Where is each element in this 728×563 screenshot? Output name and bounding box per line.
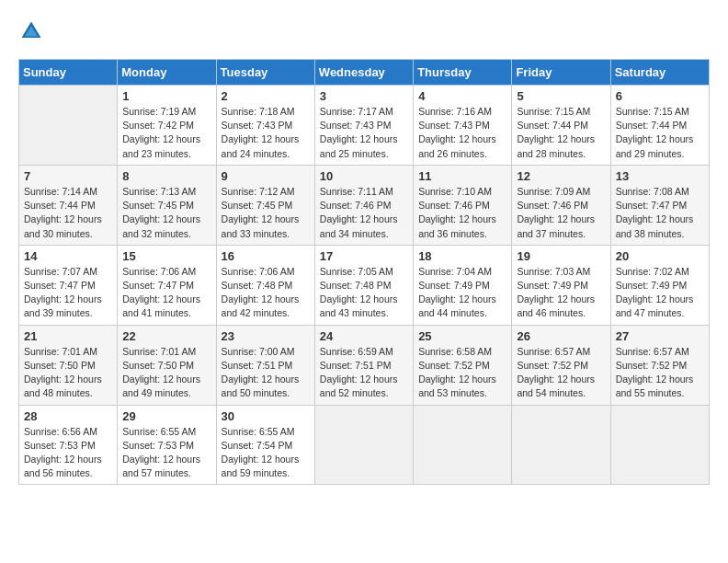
day-number: 13 xyxy=(616,169,704,183)
column-header-saturday: Saturday xyxy=(610,60,709,86)
day-number: 23 xyxy=(222,329,310,343)
day-number: 19 xyxy=(517,249,605,263)
day-number: 28 xyxy=(24,409,112,423)
day-number: 14 xyxy=(24,249,112,263)
week-row-3: 14Sunrise: 7:07 AM Sunset: 7:47 PM Dayli… xyxy=(19,245,710,325)
day-info: Sunrise: 6:59 AM Sunset: 7:51 PM Dayligh… xyxy=(320,345,408,401)
calendar-cell: 19Sunrise: 7:03 AM Sunset: 7:49 PM Dayli… xyxy=(512,245,610,325)
day-info: Sunrise: 6:55 AM Sunset: 7:54 PM Dayligh… xyxy=(222,425,310,481)
day-info: Sunrise: 6:55 AM Sunset: 7:53 PM Dayligh… xyxy=(122,425,210,481)
day-info: Sunrise: 7:19 AM Sunset: 7:42 PM Dayligh… xyxy=(122,105,210,161)
day-number: 4 xyxy=(418,89,506,103)
day-number: 29 xyxy=(122,409,210,423)
page-header xyxy=(18,18,710,44)
week-row-4: 21Sunrise: 7:01 AM Sunset: 7:50 PM Dayli… xyxy=(19,325,710,405)
column-header-monday: Monday xyxy=(118,60,216,86)
day-number: 21 xyxy=(24,329,112,343)
calendar-cell: 21Sunrise: 7:01 AM Sunset: 7:50 PM Dayli… xyxy=(19,325,118,405)
calendar-cell xyxy=(610,405,709,485)
day-info: Sunrise: 7:10 AM Sunset: 7:46 PM Dayligh… xyxy=(418,185,506,241)
day-number: 16 xyxy=(222,249,310,263)
day-info: Sunrise: 7:12 AM Sunset: 7:45 PM Dayligh… xyxy=(222,185,310,241)
day-info: Sunrise: 6:58 AM Sunset: 7:52 PM Dayligh… xyxy=(418,345,506,401)
calendar-cell: 25Sunrise: 6:58 AM Sunset: 7:52 PM Dayli… xyxy=(414,325,512,405)
day-info: Sunrise: 7:11 AM Sunset: 7:46 PM Dayligh… xyxy=(320,185,408,241)
day-info: Sunrise: 6:56 AM Sunset: 7:53 PM Dayligh… xyxy=(24,425,112,481)
calendar-cell: 22Sunrise: 7:01 AM Sunset: 7:50 PM Dayli… xyxy=(118,325,216,405)
day-info: Sunrise: 7:13 AM Sunset: 7:45 PM Dayligh… xyxy=(122,185,210,241)
calendar-cell xyxy=(314,405,413,485)
day-info: Sunrise: 7:04 AM Sunset: 7:49 PM Dayligh… xyxy=(418,265,506,321)
calendar-cell: 17Sunrise: 7:05 AM Sunset: 7:48 PM Dayli… xyxy=(314,245,413,325)
day-info: Sunrise: 7:15 AM Sunset: 7:44 PM Dayligh… xyxy=(616,105,704,161)
day-info: Sunrise: 7:01 AM Sunset: 7:50 PM Dayligh… xyxy=(24,345,112,401)
day-info: Sunrise: 7:00 AM Sunset: 7:51 PM Dayligh… xyxy=(222,345,310,401)
day-info: Sunrise: 7:14 AM Sunset: 7:44 PM Dayligh… xyxy=(24,185,112,241)
day-info: Sunrise: 6:57 AM Sunset: 7:52 PM Dayligh… xyxy=(616,345,704,401)
day-number: 3 xyxy=(320,89,408,103)
day-number: 20 xyxy=(616,249,704,263)
day-number: 10 xyxy=(320,169,408,183)
calendar-cell: 8Sunrise: 7:13 AM Sunset: 7:45 PM Daylig… xyxy=(118,165,216,245)
calendar-cell: 1Sunrise: 7:19 AM Sunset: 7:42 PM Daylig… xyxy=(118,86,216,166)
calendar-cell: 18Sunrise: 7:04 AM Sunset: 7:49 PM Dayli… xyxy=(414,245,512,325)
day-number: 24 xyxy=(320,329,408,343)
day-info: Sunrise: 7:18 AM Sunset: 7:43 PM Dayligh… xyxy=(222,105,310,161)
column-header-tuesday: Tuesday xyxy=(216,60,314,86)
calendar-cell: 5Sunrise: 7:15 AM Sunset: 7:44 PM Daylig… xyxy=(512,86,610,166)
day-info: Sunrise: 7:07 AM Sunset: 7:47 PM Dayligh… xyxy=(24,265,112,321)
day-number: 17 xyxy=(320,249,408,263)
calendar-cell: 24Sunrise: 6:59 AM Sunset: 7:51 PM Dayli… xyxy=(314,325,413,405)
calendar-cell: 4Sunrise: 7:16 AM Sunset: 7:43 PM Daylig… xyxy=(414,86,512,166)
calendar-table: SundayMondayTuesdayWednesdayThursdayFrid… xyxy=(18,59,710,485)
calendar-cell xyxy=(512,405,610,485)
day-info: Sunrise: 7:09 AM Sunset: 7:46 PM Dayligh… xyxy=(517,185,605,241)
day-number: 27 xyxy=(616,329,704,343)
column-header-friday: Friday xyxy=(512,60,610,86)
day-info: Sunrise: 7:02 AM Sunset: 7:49 PM Dayligh… xyxy=(616,265,704,321)
calendar-cell: 23Sunrise: 7:00 AM Sunset: 7:51 PM Dayli… xyxy=(216,325,314,405)
day-number: 25 xyxy=(418,329,506,343)
calendar-cell: 3Sunrise: 7:17 AM Sunset: 7:43 PM Daylig… xyxy=(314,86,413,166)
week-row-1: 1Sunrise: 7:19 AM Sunset: 7:42 PM Daylig… xyxy=(19,86,710,166)
calendar-cell: 14Sunrise: 7:07 AM Sunset: 7:47 PM Dayli… xyxy=(19,245,118,325)
day-info: Sunrise: 7:16 AM Sunset: 7:43 PM Dayligh… xyxy=(418,105,506,161)
day-number: 11 xyxy=(418,169,506,183)
calendar-cell: 28Sunrise: 6:56 AM Sunset: 7:53 PM Dayli… xyxy=(19,405,118,485)
calendar-cell: 26Sunrise: 6:57 AM Sunset: 7:52 PM Dayli… xyxy=(512,325,610,405)
day-info: Sunrise: 6:57 AM Sunset: 7:52 PM Dayligh… xyxy=(517,345,605,401)
day-number: 18 xyxy=(418,249,506,263)
calendar-header-row: SundayMondayTuesdayWednesdayThursdayFrid… xyxy=(19,60,710,86)
day-number: 1 xyxy=(122,89,210,103)
day-number: 15 xyxy=(122,249,210,263)
calendar-cell: 27Sunrise: 6:57 AM Sunset: 7:52 PM Dayli… xyxy=(610,325,709,405)
day-number: 22 xyxy=(122,329,210,343)
day-number: 8 xyxy=(122,169,210,183)
calendar-cell: 12Sunrise: 7:09 AM Sunset: 7:46 PM Dayli… xyxy=(512,165,610,245)
column-header-thursday: Thursday xyxy=(414,60,512,86)
day-info: Sunrise: 7:06 AM Sunset: 7:48 PM Dayligh… xyxy=(222,265,310,321)
calendar-cell: 15Sunrise: 7:06 AM Sunset: 7:47 PM Dayli… xyxy=(118,245,216,325)
day-info: Sunrise: 7:06 AM Sunset: 7:47 PM Dayligh… xyxy=(122,265,210,321)
calendar-cell: 11Sunrise: 7:10 AM Sunset: 7:46 PM Dayli… xyxy=(414,165,512,245)
column-header-sunday: Sunday xyxy=(19,60,118,86)
day-number: 2 xyxy=(222,89,310,103)
calendar-cell: 29Sunrise: 6:55 AM Sunset: 7:53 PM Dayli… xyxy=(118,405,216,485)
week-row-5: 28Sunrise: 6:56 AM Sunset: 7:53 PM Dayli… xyxy=(19,405,710,485)
day-info: Sunrise: 7:05 AM Sunset: 7:48 PM Dayligh… xyxy=(320,265,408,321)
day-number: 30 xyxy=(222,409,310,423)
calendar-cell: 6Sunrise: 7:15 AM Sunset: 7:44 PM Daylig… xyxy=(610,86,709,166)
calendar-cell: 20Sunrise: 7:02 AM Sunset: 7:49 PM Dayli… xyxy=(610,245,709,325)
logo-icon xyxy=(18,18,44,44)
column-header-wednesday: Wednesday xyxy=(314,60,413,86)
day-info: Sunrise: 7:08 AM Sunset: 7:47 PM Dayligh… xyxy=(616,185,704,241)
day-info: Sunrise: 7:15 AM Sunset: 7:44 PM Dayligh… xyxy=(517,105,605,161)
week-row-2: 7Sunrise: 7:14 AM Sunset: 7:44 PM Daylig… xyxy=(19,165,710,245)
calendar-cell: 2Sunrise: 7:18 AM Sunset: 7:43 PM Daylig… xyxy=(216,86,314,166)
calendar-cell xyxy=(19,86,118,166)
calendar-cell: 13Sunrise: 7:08 AM Sunset: 7:47 PM Dayli… xyxy=(610,165,709,245)
day-number: 6 xyxy=(616,89,704,103)
calendar-cell xyxy=(414,405,512,485)
logo xyxy=(18,18,48,44)
day-info: Sunrise: 7:17 AM Sunset: 7:43 PM Dayligh… xyxy=(320,105,408,161)
